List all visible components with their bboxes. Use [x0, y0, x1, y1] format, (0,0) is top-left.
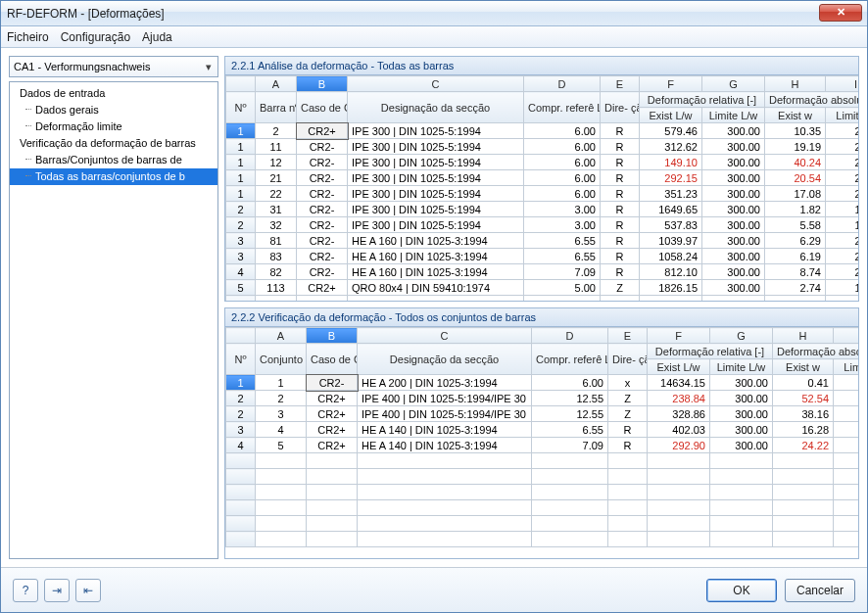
cell[interactable]: 300.00: [702, 280, 765, 296]
tree-all-members[interactable]: Todas as barras/conjuntos de b: [10, 168, 217, 185]
cell[interactable]: 6.00: [524, 139, 601, 155]
cell[interactable]: QRO 80x4 | DIN 59410:1974: [348, 280, 524, 296]
cell[interactable]: R: [601, 202, 640, 217]
table-row[interactable]: 122CR2-IPE 300 | DIN 1025-5:19946.00R351…: [226, 186, 860, 202]
cell[interactable]: 300.00: [702, 264, 765, 280]
cell[interactable]: 38.16: [773, 406, 834, 422]
cell[interactable]: IPE 300 | DIN 1025-5:1994: [348, 139, 524, 155]
cell[interactable]: 1058.24: [640, 249, 702, 264]
cell[interactable]: 300.00: [702, 217, 765, 233]
cell[interactable]: CR2+: [297, 280, 348, 296]
cell[interactable]: HE A 140 | DIN 1025-3:1994: [358, 438, 532, 453]
row-header[interactable]: 3: [226, 422, 256, 438]
table-row[interactable]: 23CR2+IPE 400 | DIN 1025-5:1994/IPE 3012…: [226, 406, 860, 422]
cell[interactable]: IPE 400 | DIN 1025-5:1994/IPE 30: [358, 406, 532, 422]
cell[interactable]: 20.54: [765, 170, 826, 186]
row-header[interactable]: 1: [226, 139, 256, 155]
table-row[interactable]: 482CR2-HE A 160 | DIN 1025-3:19947.09R81…: [226, 264, 860, 280]
cell[interactable]: 1: [256, 375, 307, 391]
cell[interactable]: 113: [256, 280, 297, 296]
cell[interactable]: IPE 300 | DIN 1025-5:1994: [348, 170, 524, 186]
cell[interactable]: 6.55: [532, 422, 608, 438]
cell[interactable]: 6.00: [524, 123, 601, 139]
cell[interactable]: 351.23: [640, 186, 702, 202]
cell[interactable]: x: [608, 375, 648, 391]
cell[interactable]: 20.00: [826, 139, 860, 155]
table-row[interactable]: 112CR2-IPE 300 | DIN 1025-5:19946.00R149…: [226, 155, 860, 170]
cell[interactable]: 1039.97: [640, 233, 702, 249]
cancel-button[interactable]: Cancelar: [785, 579, 855, 602]
cell[interactable]: 20.00: [826, 186, 860, 202]
cell[interactable]: 1826.15: [640, 280, 702, 296]
table-row[interactable]: 22CR2+IPE 400 | DIN 1025-5:1994/IPE 3012…: [226, 391, 860, 406]
cell[interactable]: 6.00: [524, 186, 601, 202]
nav-tree[interactable]: Dados de entrada Dados gerais Deformação…: [9, 81, 218, 559]
cell[interactable]: 40.24: [765, 155, 826, 170]
cell[interactable]: 20.00: [826, 170, 860, 186]
cell[interactable]: 11: [256, 139, 297, 155]
row-header[interactable]: 4: [226, 264, 256, 280]
cell[interactable]: 5.00: [524, 280, 601, 296]
cell[interactable]: 300.00: [702, 249, 765, 264]
cell[interactable]: 21: [256, 170, 297, 186]
cell[interactable]: CR2+: [297, 123, 348, 139]
row-header[interactable]: 2: [226, 406, 256, 422]
cell[interactable]: 5.58: [765, 217, 826, 233]
cell[interactable]: 24.22: [773, 438, 834, 453]
cell[interactable]: CR2+: [307, 422, 358, 438]
tree-verify-def[interactable]: Verificação da deformação de barras: [10, 135, 217, 152]
row-header[interactable]: 1: [226, 123, 256, 139]
cell[interactable]: IPE 300 | DIN 1025-5:1994: [348, 202, 524, 217]
cell[interactable]: CR2-: [297, 264, 348, 280]
cell[interactable]: 16.67: [826, 280, 860, 296]
cell[interactable]: CR2-: [297, 155, 348, 170]
loadcase-combo[interactable]: CA1 - Verformungsnachweis: [9, 56, 218, 77]
cell[interactable]: 292.15: [640, 170, 702, 186]
cell[interactable]: HE A 140 | DIN 1025-3:1994: [358, 422, 532, 438]
cell[interactable]: 8.74: [765, 264, 826, 280]
cell[interactable]: CR2-: [297, 217, 348, 233]
cell[interactable]: 537.83: [640, 217, 702, 233]
cell[interactable]: CR2-: [297, 139, 348, 155]
cell[interactable]: HE A 160 | DIN 1025-3:1994: [348, 233, 524, 249]
table-row[interactable]: 381CR2-HE A 160 | DIN 1025-3:19946.55R10…: [226, 233, 860, 249]
row-header[interactable]: 2: [226, 202, 256, 217]
row-header[interactable]: 1: [226, 375, 256, 391]
cell[interactable]: Z: [601, 280, 640, 296]
cell[interactable]: IPE 300 | DIN 1025-5:1994: [348, 186, 524, 202]
cell[interactable]: R: [601, 264, 640, 280]
cell[interactable]: 238.84: [648, 391, 710, 406]
cell[interactable]: 6.55: [524, 249, 601, 264]
row-header[interactable]: 4: [226, 438, 256, 453]
cell[interactable]: R: [608, 438, 648, 453]
cell[interactable]: CR2+: [307, 406, 358, 422]
row-header[interactable]: 2: [226, 391, 256, 406]
menu-help[interactable]: Ajuda: [142, 30, 172, 44]
cell[interactable]: 300.00: [702, 155, 765, 170]
cell[interactable]: CR2+: [307, 438, 358, 453]
cell[interactable]: 6.29: [765, 233, 826, 249]
cell[interactable]: 2.74: [765, 280, 826, 296]
cell[interactable]: 6.00: [532, 375, 608, 391]
tree-general-data[interactable]: Dados gerais: [10, 102, 217, 118]
cell[interactable]: 82: [256, 264, 297, 280]
cell[interactable]: 81: [256, 233, 297, 249]
cell[interactable]: 10.00: [826, 217, 860, 233]
cell[interactable]: 7.09: [532, 438, 608, 453]
cell[interactable]: 300.00: [710, 438, 773, 453]
table-row[interactable]: 121CR2-IPE 300 | DIN 1025-5:19946.00R292…: [226, 170, 860, 186]
cell[interactable]: 10.35: [765, 123, 826, 139]
cell[interactable]: 328.86: [648, 406, 710, 422]
cell[interactable]: 300.00: [702, 170, 765, 186]
cell[interactable]: 300.00: [710, 391, 773, 406]
table-row[interactable]: 45CR2+HE A 140 | DIN 1025-3:19947.09R292…: [226, 438, 860, 453]
cell[interactable]: 22: [256, 186, 297, 202]
menu-file[interactable]: Ficheiro: [7, 30, 49, 44]
cell[interactable]: 300.00: [702, 202, 765, 217]
cell[interactable]: 6.00: [524, 155, 601, 170]
cell[interactable]: CR2-: [297, 170, 348, 186]
cell[interactable]: HE A 200 | DIN 1025-3:1994: [358, 375, 532, 391]
cell[interactable]: R: [601, 139, 640, 155]
cell[interactable]: 149.10: [640, 155, 702, 170]
cell[interactable]: R: [601, 155, 640, 170]
